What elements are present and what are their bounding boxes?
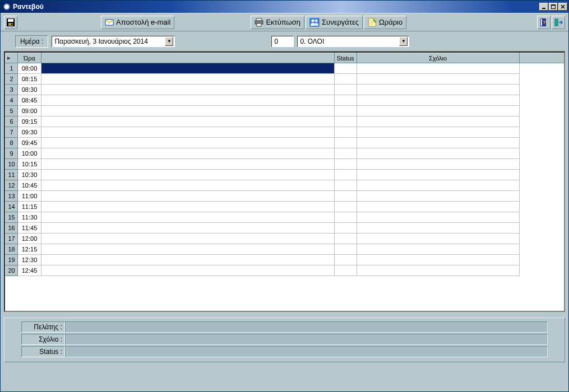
minimize-button[interactable] <box>539 3 548 11</box>
status-cell[interactable] <box>334 265 357 276</box>
comment-cell[interactable] <box>357 265 519 276</box>
time-cell[interactable]: 11:30 <box>18 212 41 223</box>
comment-field[interactable] <box>65 334 548 345</box>
close-button[interactable] <box>558 3 567 11</box>
appointment-cell[interactable] <box>41 170 335 180</box>
time-cell[interactable]: 09:30 <box>18 127 41 138</box>
comment-cell[interactable] <box>357 74 519 85</box>
row-number[interactable]: 14 <box>6 202 18 212</box>
time-cell[interactable]: 12:00 <box>18 234 41 244</box>
time-cell[interactable]: 10:00 <box>18 148 41 159</box>
time-cell[interactable]: 10:45 <box>18 180 41 191</box>
table-row[interactable]: 809:45 <box>6 138 565 148</box>
time-cell[interactable]: 12:30 <box>18 255 41 265</box>
appointment-cell[interactable] <box>41 191 335 202</box>
time-cell[interactable]: 11:15 <box>18 202 41 212</box>
table-row[interactable]: 1712:00 <box>6 234 565 244</box>
row-number[interactable]: 19 <box>6 255 18 265</box>
status-cell[interactable] <box>334 212 357 223</box>
appointment-cell[interactable] <box>41 106 335 116</box>
comment-cell[interactable] <box>357 234 519 244</box>
row-number[interactable]: 12 <box>6 180 18 191</box>
time-cell[interactable]: 08:00 <box>18 63 41 74</box>
status-cell[interactable] <box>334 116 357 127</box>
time-cell[interactable]: 08:30 <box>18 85 41 95</box>
appointment-cell[interactable] <box>41 148 335 159</box>
send-email-button[interactable]: Αποστολή e-mail <box>101 16 174 29</box>
table-row[interactable]: 1912:30 <box>6 255 565 265</box>
table-row[interactable]: 1411:15 <box>6 202 565 212</box>
table-row[interactable]: 910:00 <box>6 148 565 159</box>
comment-cell[interactable] <box>357 138 519 148</box>
appointment-cell[interactable] <box>41 159 335 170</box>
row-number[interactable]: 20 <box>6 265 18 276</box>
comment-cell[interactable] <box>357 180 519 191</box>
row-number[interactable]: 18 <box>6 244 18 255</box>
row-number[interactable]: 5 <box>6 106 18 116</box>
status-cell[interactable] <box>334 148 357 159</box>
table-row[interactable]: 1210:45 <box>6 180 565 191</box>
time-cell[interactable]: 11:00 <box>18 191 41 202</box>
appointment-cell[interactable] <box>41 265 335 276</box>
time-header[interactable]: Ώρα <box>18 53 41 63</box>
appointment-cell[interactable] <box>41 212 335 223</box>
comment-cell[interactable] <box>357 191 519 202</box>
status-cell[interactable] <box>334 95 357 106</box>
status-field[interactable] <box>65 346 548 357</box>
status-cell[interactable] <box>334 63 357 74</box>
table-row[interactable]: 108:00 <box>6 63 565 74</box>
appointment-cell[interactable] <box>41 127 335 138</box>
comment-cell[interactable] <box>357 170 519 180</box>
comment-cell[interactable] <box>357 255 519 265</box>
status-cell[interactable] <box>334 85 357 95</box>
status-cell[interactable] <box>334 127 357 138</box>
row-number[interactable]: 2 <box>6 74 18 85</box>
table-row[interactable]: 408:45 <box>6 95 565 106</box>
row-number[interactable]: 1 <box>6 63 18 74</box>
comment-cell[interactable] <box>357 223 519 234</box>
row-number[interactable]: 10 <box>6 159 18 170</box>
time-cell[interactable]: 12:15 <box>18 244 41 255</box>
appointment-cell[interactable] <box>41 234 335 244</box>
comment-cell[interactable] <box>357 127 519 138</box>
comment-cell[interactable] <box>357 85 519 95</box>
time-cell[interactable]: 10:15 <box>18 159 41 170</box>
appointment-cell[interactable] <box>41 116 335 127</box>
exit-button[interactable] <box>552 16 565 29</box>
table-row[interactable]: 308:30 <box>6 85 565 95</box>
table-row[interactable]: 1611:45 <box>6 223 565 234</box>
row-number[interactable]: 16 <box>6 223 18 234</box>
appointment-cell[interactable] <box>41 63 335 74</box>
comment-cell[interactable] <box>357 148 519 159</box>
status-cell[interactable] <box>334 180 357 191</box>
table-row[interactable]: 208:15 <box>6 74 565 85</box>
row-number[interactable]: 4 <box>6 95 18 106</box>
status-cell[interactable] <box>334 202 357 212</box>
status-cell[interactable] <box>334 223 357 234</box>
appointment-cell[interactable] <box>41 180 335 191</box>
time-cell[interactable]: 11:45 <box>18 223 41 234</box>
appointment-cell[interactable] <box>41 223 335 234</box>
status-cell[interactable] <box>334 159 357 170</box>
table-row[interactable]: 1311:00 <box>6 191 565 202</box>
comment-cell[interactable] <box>357 244 519 255</box>
table-row[interactable]: 609:15 <box>6 116 565 127</box>
appointment-cell[interactable] <box>41 95 335 106</box>
row-number[interactable]: 11 <box>6 170 18 180</box>
row-number[interactable]: 6 <box>6 116 18 127</box>
time-cell[interactable]: 10:30 <box>18 170 41 180</box>
time-cell[interactable]: 12:45 <box>18 265 41 276</box>
partners-button[interactable]: Συνεργάτες <box>306 16 363 29</box>
row-number[interactable]: 7 <box>6 127 18 138</box>
appointment-cell[interactable] <box>41 85 335 95</box>
time-cell[interactable]: 09:00 <box>18 106 41 116</box>
number-input[interactable]: 0 <box>271 36 294 47</box>
time-cell[interactable]: 09:45 <box>18 138 41 148</box>
appointments-grid[interactable]: Ώρα Status Σχόλιο 108:00208:15308:30408:… <box>4 52 565 312</box>
row-selector-header[interactable] <box>6 53 18 63</box>
help-button[interactable]: ? <box>537 16 551 29</box>
time-cell[interactable]: 09:15 <box>18 116 41 127</box>
status-cell[interactable] <box>334 255 357 265</box>
table-row[interactable]: 1110:30 <box>6 170 565 180</box>
status-cell[interactable] <box>334 106 357 116</box>
